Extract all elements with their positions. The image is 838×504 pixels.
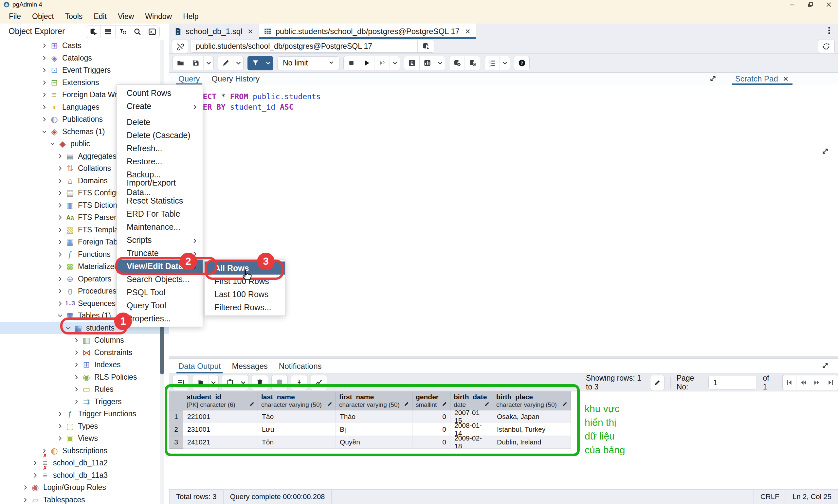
- menu-object[interactable]: Object: [26, 12, 59, 21]
- rollback-button[interactable]: [464, 56, 480, 70]
- tree-item-catalogs[interactable]: ◈Catalogs: [0, 52, 169, 65]
- macro-button[interactable]: 123: [484, 56, 500, 70]
- chevron-right-icon[interactable]: [56, 410, 64, 418]
- chevron-right-icon[interactable]: [72, 385, 81, 394]
- filter-button[interactable]: [248, 56, 263, 70]
- chevron-right-icon[interactable]: [56, 213, 64, 222]
- chevron-right-icon[interactable]: [72, 397, 81, 406]
- chevron-right-icon[interactable]: [56, 263, 64, 271]
- menu-item-query-tool[interactable]: Query Tool: [117, 299, 203, 312]
- chevron-right-icon[interactable]: [40, 54, 49, 62]
- previous-page-button[interactable]: [796, 375, 810, 390]
- menu-item-delete[interactable]: Delete: [117, 115, 203, 129]
- chevron-right-icon[interactable]: [21, 496, 30, 504]
- tree-item-types[interactable]: ▢Types: [0, 420, 169, 433]
- tree-item-trigger-functions[interactable]: ƒTrigger Functions: [0, 408, 169, 420]
- psql-tool-button[interactable]: [145, 26, 159, 38]
- chevron-down-icon[interactable]: [40, 127, 49, 136]
- close-tab-icon[interactable]: [247, 28, 254, 35]
- menu-item-count-rows[interactable]: Count Rows: [117, 86, 203, 100]
- menu-item-maintenance-[interactable]: Maintenance...: [117, 220, 203, 233]
- tabbar-menu-button[interactable]: [824, 25, 836, 37]
- save-menu-button[interactable]: [203, 56, 213, 70]
- chevron-right-icon[interactable]: [72, 361, 81, 369]
- close-tab-icon[interactable]: [464, 28, 471, 35]
- execute-menu-button[interactable]: [390, 56, 400, 70]
- document-tab-1[interactable]: public.students/school_db/postgres@Postg…: [258, 23, 476, 39]
- tab-data-output[interactable]: Data Output: [176, 359, 222, 374]
- tree-item-rls-policies[interactable]: ◉RLS Policies: [0, 371, 169, 383]
- chevron-right-icon[interactable]: [56, 226, 64, 234]
- chevron-right-icon[interactable]: [56, 299, 64, 308]
- tree-item-subscriptions[interactable]: ◍Subscriptions: [0, 445, 169, 457]
- tree-item-triggers[interactable]: ⇉Triggers: [0, 396, 169, 408]
- chevron-right-icon[interactable]: [72, 373, 81, 381]
- menu-item-import-export-data-[interactable]: Import/Export Data...: [117, 181, 203, 194]
- chevron-right-icon[interactable]: [72, 348, 81, 357]
- next-page-button[interactable]: [810, 375, 824, 390]
- edit-menu-button[interactable]: [233, 56, 243, 70]
- chevron-down-icon[interactable]: [48, 140, 57, 148]
- chevron-right-icon[interactable]: [56, 238, 64, 247]
- menu-item-erd-for-table[interactable]: ERD For Table: [117, 207, 203, 220]
- menu-view[interactable]: View: [112, 12, 140, 21]
- restore-button[interactable]: [801, 0, 820, 9]
- edit-button[interactable]: [218, 56, 233, 70]
- tree-item-columns[interactable]: ▥Columns: [0, 334, 169, 346]
- edit-range-button[interactable]: [650, 375, 664, 390]
- expand-output-icon[interactable]: [821, 361, 831, 371]
- first-page-button[interactable]: [783, 375, 796, 390]
- chevron-right-icon[interactable]: [56, 164, 64, 173]
- chevron-right-icon[interactable]: [21, 483, 30, 492]
- search-objects-button[interactable]: [130, 26, 145, 38]
- stop-button[interactable]: [344, 56, 359, 70]
- tab-notifications[interactable]: Notifications: [277, 359, 324, 374]
- chevron-right-icon[interactable]: [56, 287, 64, 295]
- chevron-right-icon[interactable]: [56, 434, 64, 443]
- help-button[interactable]: ?: [514, 56, 529, 70]
- chevron-right-icon[interactable]: [40, 91, 49, 99]
- disconnect-icon[interactable]: [172, 40, 188, 53]
- chevron-right-icon[interactable]: [40, 41, 49, 50]
- chevron-right-icon[interactable]: [56, 422, 64, 430]
- menu-item-scripts[interactable]: Scripts: [117, 233, 203, 247]
- tab-scratch-pad[interactable]: Scratch Pad: [733, 73, 791, 85]
- connection-select[interactable]: public.students/school_db/postgres@Postg…: [190, 40, 434, 53]
- close-window-button[interactable]: [820, 0, 838, 9]
- minimize-button[interactable]: [783, 0, 801, 9]
- chevron-down-icon[interactable]: [56, 311, 64, 320]
- menu-item-create[interactable]: Create: [117, 100, 203, 112]
- chevron-right-icon[interactable]: [31, 459, 39, 467]
- execute-button[interactable]: [359, 56, 374, 70]
- panel-splitter[interactable]: [169, 356, 838, 359]
- row-limit-select[interactable]: No limit: [277, 56, 339, 70]
- expand-editor-icon[interactable]: [709, 74, 718, 84]
- execute-to-cursor-button[interactable]: [374, 56, 390, 70]
- menu-item-psql-tool[interactable]: PSQL Tool: [117, 286, 203, 299]
- refresh-layout-button[interactable]: [818, 40, 835, 53]
- menu-item-delete-cascade-[interactable]: Delete (Cascade): [117, 129, 203, 142]
- tab-query[interactable]: Query: [176, 73, 202, 85]
- chevron-right-icon[interactable]: [72, 336, 81, 345]
- chevron-right-icon[interactable]: [56, 176, 64, 185]
- tab-messages[interactable]: Messages: [230, 359, 269, 374]
- chevron-right-icon[interactable]: [56, 201, 64, 210]
- chevron-right-icon[interactable]: [56, 152, 64, 160]
- menu-file[interactable]: File: [3, 12, 26, 21]
- scratch-pad-body[interactable]: [728, 85, 838, 356]
- chevron-right-icon[interactable]: [40, 78, 49, 87]
- macro-menu-button[interactable]: [500, 56, 510, 70]
- tree-scrollbar-thumb[interactable]: [160, 320, 164, 374]
- submenu-item-last-100-rows[interactable]: Last 100 Rows: [204, 288, 285, 301]
- menu-item-reset-statistics[interactable]: Reset Statistics: [117, 194, 203, 207]
- menu-window[interactable]: Window: [140, 12, 177, 21]
- chevron-right-icon[interactable]: [56, 274, 64, 283]
- explain-button[interactable]: E: [404, 56, 419, 70]
- tree-item-school-db-11a2[interactable]: ≡✗school_db_11a2: [0, 457, 169, 469]
- filtered-rows-button[interactable]: [115, 26, 130, 38]
- menu-item-restore-[interactable]: Restore...: [117, 155, 203, 168]
- chevron-right-icon[interactable]: [40, 66, 49, 75]
- menu-edit[interactable]: Edit: [88, 12, 112, 21]
- tree-item-tablespaces[interactable]: ▱Tablespaces: [0, 494, 169, 504]
- tree-item-school-db-11a3[interactable]: ≡✗school_db_11a3: [0, 469, 169, 482]
